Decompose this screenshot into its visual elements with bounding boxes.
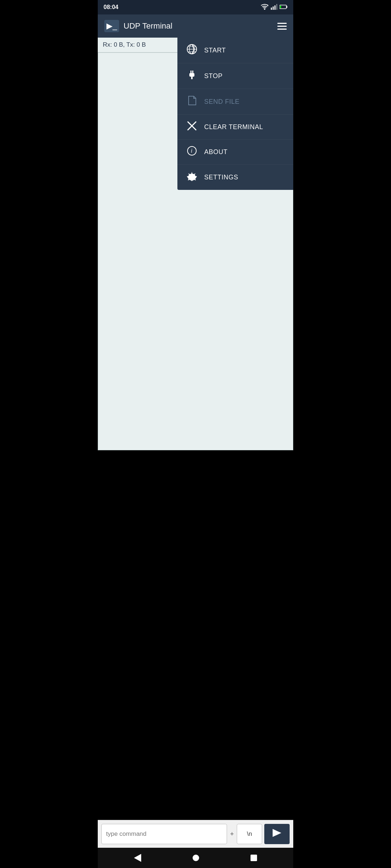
app-container: 08:04 [98,0,293,868]
newline-button[interactable]: \n [237,824,262,844]
svg-rect-17 [192,71,193,73]
menu-item-start[interactable]: START [177,38,293,63]
menu-label-send-file: SEND FILE [204,98,240,106]
back-button[interactable] [134,854,141,862]
svg-text:i: i [191,148,193,154]
app-icon: ▶_ [104,20,119,32]
menu-item-send-file[interactable]: SEND FILE [177,89,293,115]
settings-icon [186,171,198,183]
about-icon: i [186,146,198,158]
status-icons [261,4,287,11]
clear-terminal-icon [186,121,198,133]
menu-label-start: START [204,47,226,54]
app-title: UDP Terminal [123,21,172,31]
svg-rect-2 [271,8,272,10]
hamburger-menu-button[interactable] [277,23,287,30]
recents-button[interactable] [251,855,257,861]
svg-rect-7 [286,6,287,8]
menu-label-stop: STOP [204,72,223,80]
input-row: + \n [98,820,293,848]
menu-label-about: ABOUT [204,148,228,156]
svg-marker-25 [273,829,281,837]
menu-item-stop[interactable]: STOP [177,63,293,89]
status-time: 08:04 [104,4,118,10]
start-icon [186,44,198,56]
svg-rect-16 [190,71,192,73]
menu-item-clear-terminal[interactable]: CLEAR TERMINAL [177,115,293,140]
menu-item-about[interactable]: i ABOUT [177,140,293,165]
content-wrapper: Rx: 0 B, Tx: 0 B [98,38,293,820]
send-file-icon [186,95,198,108]
menu-label-settings: SETTINGS [204,174,238,181]
menu-label-clear-terminal: CLEAR TERMINAL [204,123,263,131]
stop-icon [186,70,198,82]
signal-icon [271,4,277,11]
plus-label: + [229,830,235,838]
svg-rect-5 [276,4,277,10]
svg-rect-18 [189,73,194,77]
send-button[interactable] [264,824,290,844]
svg-rect-19 [191,77,193,79]
status-bar: 08:04 [98,0,293,14]
home-button[interactable] [192,854,199,861]
header-left: ▶_ UDP Terminal [104,20,172,32]
svg-rect-3 [273,7,274,10]
command-input[interactable] [101,824,227,844]
svg-rect-8 [280,5,281,8]
svg-rect-28 [251,855,257,861]
rx-tx-stats: Rx: 0 B, Tx: 0 B [103,41,146,48]
battery-icon [279,4,287,10]
svg-point-0 [264,8,265,10]
nav-bar [98,848,293,868]
svg-marker-26 [134,854,141,862]
svg-point-27 [193,855,199,861]
app-header: ▶_ UDP Terminal [98,14,293,38]
menu-item-settings[interactable]: SETTINGS [177,165,293,190]
wifi-icon [261,4,269,11]
send-icon [273,829,281,839]
svg-rect-4 [274,5,276,10]
svg-line-1 [268,5,268,6]
dropdown-menu: START STOP [177,38,293,190]
